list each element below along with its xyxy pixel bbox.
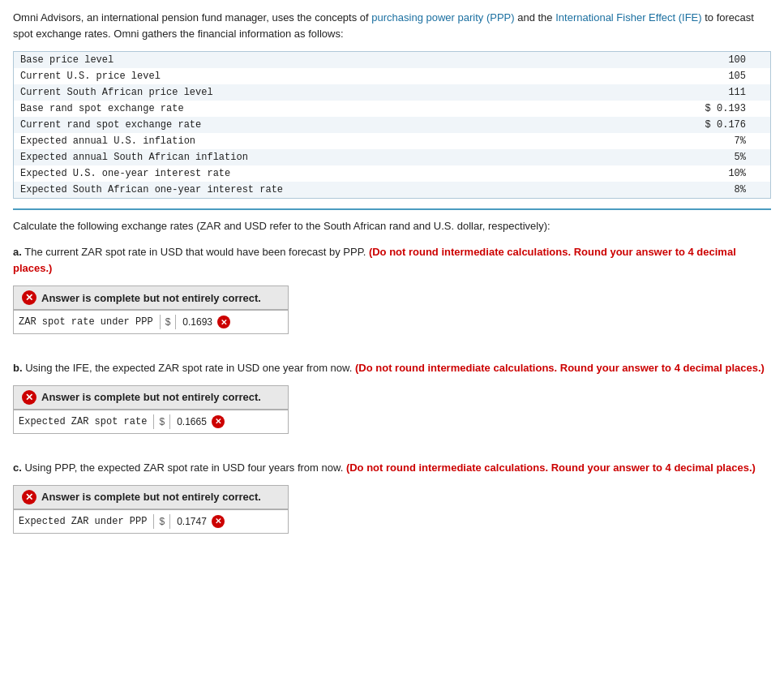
row-value: 111 xyxy=(614,84,770,101)
financial-data-table: Base price level100Current U.S. price le… xyxy=(13,51,771,199)
bold-instruction: (Do not round intermediate calculations.… xyxy=(346,461,756,474)
question-block-b: b. Using the IFE, the expected ZAR spot … xyxy=(13,360,771,440)
table-row: Current South African price level111 xyxy=(14,84,771,101)
bold-instruction: (Do not round intermediate calculations.… xyxy=(13,246,736,275)
row-value: 8% xyxy=(614,182,770,199)
answer-input-row: Expected ZAR spot rate $ 0.1665 ✕ xyxy=(14,410,288,433)
question-text-c: c. Using PPP, the expected ZAR spot rate… xyxy=(13,460,771,477)
divider xyxy=(13,208,771,210)
wrong-answer-icon: ✕ xyxy=(212,415,225,428)
answer-value: 0.1665 xyxy=(177,416,207,427)
row-label: Expected annual U.S. inflation xyxy=(14,133,615,149)
row-label: Current rand spot exchange rate xyxy=(14,117,615,133)
row-value: 10% xyxy=(614,165,770,182)
row-value: 105 xyxy=(614,68,770,84)
ife-highlight: International Fisher Effect (IFE) xyxy=(555,11,701,24)
table-row: Current rand spot exchange rate$ 0.176 xyxy=(14,117,771,133)
row-label: Expected annual South African inflation xyxy=(14,149,615,165)
q-letter: b. xyxy=(13,362,23,374)
q-letter: a. xyxy=(13,246,22,258)
answer-label: Expected ZAR spot rate xyxy=(19,416,153,427)
intro-paragraph: Omni Advisors, an international pension … xyxy=(13,10,771,41)
answer-value: 0.1693 xyxy=(182,316,212,328)
row-value: 7% xyxy=(614,133,770,149)
table-row: Base rand spot exchange rate$ 0.193 xyxy=(14,101,771,117)
answer-status-bar: ✕ Answer is complete but not entirely co… xyxy=(14,286,288,310)
answer-status-bar: ✕ Answer is complete but not entirely co… xyxy=(14,486,288,509)
row-label: Current South African price level xyxy=(14,84,615,101)
row-label: Expected South African one-year interest… xyxy=(14,182,615,199)
row-label: Base rand spot exchange rate xyxy=(14,101,615,117)
currency-symbol: $ xyxy=(160,315,177,329)
table-row: Base price level100 xyxy=(14,52,771,69)
table-row: Expected annual South African inflation5… xyxy=(14,149,771,165)
row-label: Current U.S. price level xyxy=(14,68,615,84)
question-block-a: a. The current ZAR spot rate in USD that… xyxy=(13,244,771,341)
row-label: Expected U.S. one-year interest rate xyxy=(14,165,615,182)
error-icon: ✕ xyxy=(22,290,36,305)
answer-value: 0.1747 xyxy=(177,516,207,527)
answer-box-a: ✕ Answer is complete but not entirely co… xyxy=(13,285,289,334)
answer-value-cell: 0.1693 ✕ xyxy=(176,314,237,330)
row-value: 5% xyxy=(614,149,770,165)
q-letter: c. xyxy=(13,461,22,474)
answer-label: ZAR spot rate under PPP xyxy=(19,316,160,328)
answer-box-c: ✕ Answer is complete but not entirely co… xyxy=(13,485,289,534)
question-text-a: a. The current ZAR spot rate in USD that… xyxy=(13,244,771,278)
wrong-answer-icon: ✕ xyxy=(212,515,225,528)
row-value: 100 xyxy=(614,52,770,69)
answer-label: Expected ZAR under PPP xyxy=(19,516,153,527)
table-row: Expected annual U.S. inflation7% xyxy=(14,133,771,149)
answer-box-b: ✕ Answer is complete but not entirely co… xyxy=(13,385,289,434)
row-label: Base price level xyxy=(14,52,615,69)
question-block-c: c. Using PPP, the expected ZAR spot rate… xyxy=(13,460,771,540)
ppp-highlight: purchasing power parity (PPP) xyxy=(371,11,514,24)
calc-intro: Calculate the following exchange rates (… xyxy=(13,218,771,234)
currency-symbol: $ xyxy=(153,414,170,429)
status-text: Answer is complete but not entirely corr… xyxy=(41,292,261,304)
row-value: $ 0.193 xyxy=(614,101,770,117)
row-value: $ 0.176 xyxy=(614,117,770,133)
status-text: Answer is complete but not entirely corr… xyxy=(41,491,261,503)
answer-value-cell: 0.1665 ✕ xyxy=(170,414,231,430)
answer-value-cell: 0.1747 ✕ xyxy=(170,513,231,530)
error-icon: ✕ xyxy=(22,390,36,405)
wrong-answer-icon: ✕ xyxy=(217,316,230,328)
answer-input-row: ZAR spot rate under PPP $ 0.1693 ✕ xyxy=(14,310,288,333)
table-row: Current U.S. price level105 xyxy=(14,68,771,84)
currency-symbol: $ xyxy=(153,514,170,529)
table-row: Expected South African one-year interest… xyxy=(14,182,771,199)
table-row: Expected U.S. one-year interest rate10% xyxy=(14,165,771,182)
answer-input-row: Expected ZAR under PPP $ 0.1747 ✕ xyxy=(14,509,288,533)
question-text-b: b. Using the IFE, the expected ZAR spot … xyxy=(13,360,771,377)
error-icon: ✕ xyxy=(22,490,36,504)
status-text: Answer is complete but not entirely corr… xyxy=(41,391,261,403)
bold-instruction: (Do not round intermediate calculations.… xyxy=(355,362,765,374)
answer-status-bar: ✕ Answer is complete but not entirely co… xyxy=(14,386,288,410)
